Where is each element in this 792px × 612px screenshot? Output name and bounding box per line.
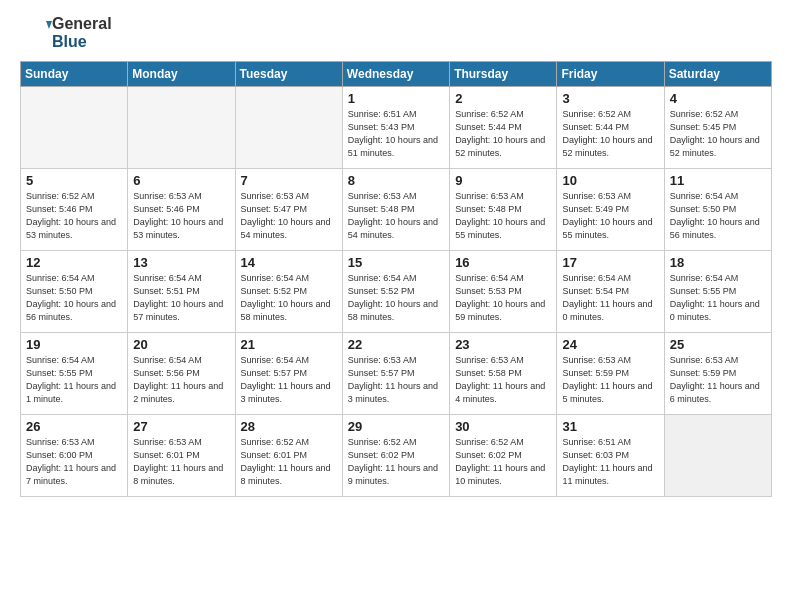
day-number: 15 — [348, 255, 444, 270]
calendar-cell: 25Sunrise: 6:53 AMSunset: 5:59 PMDayligh… — [664, 333, 771, 415]
day-number: 26 — [26, 419, 122, 434]
week-row-2: 5Sunrise: 6:52 AMSunset: 5:46 PMDaylight… — [21, 169, 772, 251]
calendar-cell: 29Sunrise: 6:52 AMSunset: 6:02 PMDayligh… — [342, 415, 449, 497]
calendar-cell: 14Sunrise: 6:54 AMSunset: 5:52 PMDayligh… — [235, 251, 342, 333]
day-number: 25 — [670, 337, 766, 352]
calendar-cell: 8Sunrise: 6:53 AMSunset: 5:48 PMDaylight… — [342, 169, 449, 251]
day-number: 6 — [133, 173, 229, 188]
day-info: Sunrise: 6:51 AMSunset: 5:43 PMDaylight:… — [348, 108, 444, 160]
week-row-3: 12Sunrise: 6:54 AMSunset: 5:50 PMDayligh… — [21, 251, 772, 333]
calendar-cell: 7Sunrise: 6:53 AMSunset: 5:47 PMDaylight… — [235, 169, 342, 251]
week-row-5: 26Sunrise: 6:53 AMSunset: 6:00 PMDayligh… — [21, 415, 772, 497]
day-number: 2 — [455, 91, 551, 106]
day-info: Sunrise: 6:53 AMSunset: 5:46 PMDaylight:… — [133, 190, 229, 242]
day-info: Sunrise: 6:53 AMSunset: 5:48 PMDaylight:… — [455, 190, 551, 242]
calendar-cell: 22Sunrise: 6:53 AMSunset: 5:57 PMDayligh… — [342, 333, 449, 415]
calendar-cell: 4Sunrise: 6:52 AMSunset: 5:45 PMDaylight… — [664, 87, 771, 169]
calendar-cell — [235, 87, 342, 169]
day-info: Sunrise: 6:54 AMSunset: 5:55 PMDaylight:… — [670, 272, 766, 324]
day-number: 24 — [562, 337, 658, 352]
calendar-cell: 13Sunrise: 6:54 AMSunset: 5:51 PMDayligh… — [128, 251, 235, 333]
logo: General Blue — [20, 15, 112, 51]
day-info: Sunrise: 6:53 AMSunset: 5:48 PMDaylight:… — [348, 190, 444, 242]
calendar-cell — [664, 415, 771, 497]
weekday-header-sunday: Sunday — [21, 62, 128, 87]
day-info: Sunrise: 6:54 AMSunset: 5:54 PMDaylight:… — [562, 272, 658, 324]
day-info: Sunrise: 6:54 AMSunset: 5:50 PMDaylight:… — [26, 272, 122, 324]
day-info: Sunrise: 6:53 AMSunset: 5:49 PMDaylight:… — [562, 190, 658, 242]
calendar-cell: 5Sunrise: 6:52 AMSunset: 5:46 PMDaylight… — [21, 169, 128, 251]
week-row-1: 1Sunrise: 6:51 AMSunset: 5:43 PMDaylight… — [21, 87, 772, 169]
calendar-cell: 10Sunrise: 6:53 AMSunset: 5:49 PMDayligh… — [557, 169, 664, 251]
day-number: 3 — [562, 91, 658, 106]
day-info: Sunrise: 6:54 AMSunset: 5:52 PMDaylight:… — [241, 272, 337, 324]
day-info: Sunrise: 6:52 AMSunset: 5:46 PMDaylight:… — [26, 190, 122, 242]
calendar-cell: 23Sunrise: 6:53 AMSunset: 5:58 PMDayligh… — [450, 333, 557, 415]
day-number: 4 — [670, 91, 766, 106]
calendar-cell: 2Sunrise: 6:52 AMSunset: 5:44 PMDaylight… — [450, 87, 557, 169]
day-info: Sunrise: 6:53 AMSunset: 5:59 PMDaylight:… — [670, 354, 766, 406]
day-number: 31 — [562, 419, 658, 434]
day-info: Sunrise: 6:53 AMSunset: 6:01 PMDaylight:… — [133, 436, 229, 488]
day-number: 17 — [562, 255, 658, 270]
day-number: 30 — [455, 419, 551, 434]
day-info: Sunrise: 6:54 AMSunset: 5:51 PMDaylight:… — [133, 272, 229, 324]
day-info: Sunrise: 6:53 AMSunset: 5:59 PMDaylight:… — [562, 354, 658, 406]
day-number: 7 — [241, 173, 337, 188]
day-number: 28 — [241, 419, 337, 434]
day-number: 1 — [348, 91, 444, 106]
calendar-cell: 18Sunrise: 6:54 AMSunset: 5:55 PMDayligh… — [664, 251, 771, 333]
day-number: 19 — [26, 337, 122, 352]
day-info: Sunrise: 6:54 AMSunset: 5:55 PMDaylight:… — [26, 354, 122, 406]
day-number: 22 — [348, 337, 444, 352]
logo-text-block: General Blue — [52, 15, 112, 51]
calendar-cell: 6Sunrise: 6:53 AMSunset: 5:46 PMDaylight… — [128, 169, 235, 251]
day-info: Sunrise: 6:53 AMSunset: 5:58 PMDaylight:… — [455, 354, 551, 406]
day-info: Sunrise: 6:54 AMSunset: 5:56 PMDaylight:… — [133, 354, 229, 406]
calendar-cell: 19Sunrise: 6:54 AMSunset: 5:55 PMDayligh… — [21, 333, 128, 415]
day-info: Sunrise: 6:53 AMSunset: 5:47 PMDaylight:… — [241, 190, 337, 242]
calendar-cell: 12Sunrise: 6:54 AMSunset: 5:50 PMDayligh… — [21, 251, 128, 333]
calendar-cell: 21Sunrise: 6:54 AMSunset: 5:57 PMDayligh… — [235, 333, 342, 415]
day-number: 27 — [133, 419, 229, 434]
weekday-header-row: SundayMondayTuesdayWednesdayThursdayFrid… — [21, 62, 772, 87]
day-info: Sunrise: 6:51 AMSunset: 6:03 PMDaylight:… — [562, 436, 658, 488]
weekday-header-thursday: Thursday — [450, 62, 557, 87]
calendar-cell: 11Sunrise: 6:54 AMSunset: 5:50 PMDayligh… — [664, 169, 771, 251]
day-info: Sunrise: 6:52 AMSunset: 5:44 PMDaylight:… — [562, 108, 658, 160]
weekday-header-saturday: Saturday — [664, 62, 771, 87]
day-info: Sunrise: 6:53 AMSunset: 5:57 PMDaylight:… — [348, 354, 444, 406]
header: General Blue — [20, 15, 772, 51]
day-number: 29 — [348, 419, 444, 434]
logo-svg — [20, 17, 52, 49]
logo-blue-text: Blue — [52, 33, 87, 50]
day-info: Sunrise: 6:53 AMSunset: 6:00 PMDaylight:… — [26, 436, 122, 488]
day-number: 8 — [348, 173, 444, 188]
day-number: 5 — [26, 173, 122, 188]
day-number: 14 — [241, 255, 337, 270]
calendar-cell: 15Sunrise: 6:54 AMSunset: 5:52 PMDayligh… — [342, 251, 449, 333]
calendar-cell: 31Sunrise: 6:51 AMSunset: 6:03 PMDayligh… — [557, 415, 664, 497]
calendar-table: SundayMondayTuesdayWednesdayThursdayFrid… — [20, 61, 772, 497]
calendar-cell: 24Sunrise: 6:53 AMSunset: 5:59 PMDayligh… — [557, 333, 664, 415]
day-number: 16 — [455, 255, 551, 270]
calendar-cell: 16Sunrise: 6:54 AMSunset: 5:53 PMDayligh… — [450, 251, 557, 333]
day-info: Sunrise: 6:54 AMSunset: 5:57 PMDaylight:… — [241, 354, 337, 406]
day-number: 10 — [562, 173, 658, 188]
day-number: 20 — [133, 337, 229, 352]
day-info: Sunrise: 6:54 AMSunset: 5:52 PMDaylight:… — [348, 272, 444, 324]
weekday-header-monday: Monday — [128, 62, 235, 87]
calendar-cell: 26Sunrise: 6:53 AMSunset: 6:00 PMDayligh… — [21, 415, 128, 497]
day-info: Sunrise: 6:54 AMSunset: 5:53 PMDaylight:… — [455, 272, 551, 324]
day-info: Sunrise: 6:52 AMSunset: 6:01 PMDaylight:… — [241, 436, 337, 488]
day-number: 9 — [455, 173, 551, 188]
page-container: General Blue SundayMondayTuesdayWednesda… — [0, 0, 792, 507]
day-number: 23 — [455, 337, 551, 352]
calendar-cell: 28Sunrise: 6:52 AMSunset: 6:01 PMDayligh… — [235, 415, 342, 497]
weekday-header-wednesday: Wednesday — [342, 62, 449, 87]
day-info: Sunrise: 6:52 AMSunset: 5:44 PMDaylight:… — [455, 108, 551, 160]
day-number: 21 — [241, 337, 337, 352]
calendar-cell: 30Sunrise: 6:52 AMSunset: 6:02 PMDayligh… — [450, 415, 557, 497]
weekday-header-friday: Friday — [557, 62, 664, 87]
weekday-header-tuesday: Tuesday — [235, 62, 342, 87]
